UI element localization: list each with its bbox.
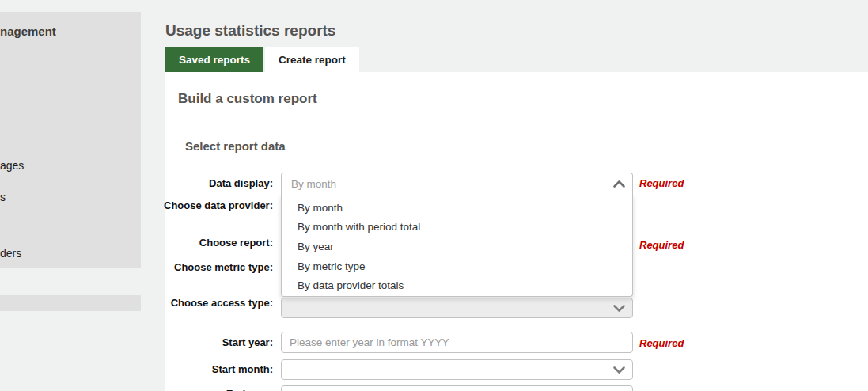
tab-create-report[interactable]: Create report <box>265 47 359 72</box>
end-year-field-wrap <box>281 385 633 391</box>
required-badge-start-year: Required <box>639 337 684 349</box>
choose-data-provider-label: Choose data provider: <box>162 199 273 226</box>
data-display-combobox[interactable]: By month <box>281 173 633 195</box>
sidebar-item-fragment[interactable]: s <box>0 191 6 203</box>
required-badge-choose-report: Required <box>639 239 684 251</box>
start-month-select[interactable] <box>281 359 633 380</box>
dropdown-option-by-year[interactable]: By year <box>282 237 632 256</box>
chevron-down-icon <box>612 303 626 313</box>
data-display-label: Data display: <box>162 173 273 195</box>
chevron-down-icon <box>612 365 626 375</box>
panel-heading: Build a custom report <box>178 91 317 107</box>
start-year-input[interactable] <box>290 336 624 348</box>
sidebar-item-data-providers-fragment[interactable]: ders <box>0 247 21 260</box>
text-cursor <box>290 178 290 190</box>
dropdown-option-by-metric-type[interactable]: By metric type <box>282 256 632 276</box>
data-display-value: By month <box>291 178 612 190</box>
required-badge-data-display: Required <box>639 177 684 189</box>
choose-access-type-select[interactable] <box>281 298 633 318</box>
sidebar-menu: nagement ages s ders <box>0 12 141 268</box>
sidebar-heading-fragment: nagement <box>0 25 56 38</box>
sidebar-secondary-block <box>0 295 141 311</box>
choose-report-label: Choose report: <box>162 232 273 254</box>
section-heading: Select report data <box>185 139 286 153</box>
dropdown-option-by-month[interactable]: By month <box>282 198 632 218</box>
chevron-up-icon[interactable] <box>612 179 626 189</box>
start-year-field-wrap <box>281 332 633 353</box>
tab-saved-reports[interactable]: Saved reports <box>165 47 263 72</box>
sidebar-item-packages-fragment[interactable]: ages <box>0 159 24 172</box>
page-title: Usage statistics reports <box>165 22 335 40</box>
report-tabs: Saved reports Create report <box>165 47 359 72</box>
start-year-label: Start year: <box>162 332 273 353</box>
choose-metric-type-label: Choose metric type: <box>162 261 273 288</box>
usage-statistics-page: nagement ages s ders Usage statistics re… <box>0 0 868 391</box>
dropdown-option-by-data-provider-totals[interactable]: By data provider totals <box>282 275 632 295</box>
choose-access-type-label: Choose access type: <box>162 297 273 324</box>
dropdown-option-by-month-with-period-total[interactable]: By month with period total <box>282 218 632 237</box>
end-year-label: End year: <box>162 383 273 391</box>
start-month-label: Start month: <box>162 359 273 380</box>
data-display-dropdown: By month By month with period total By y… <box>281 195 633 297</box>
